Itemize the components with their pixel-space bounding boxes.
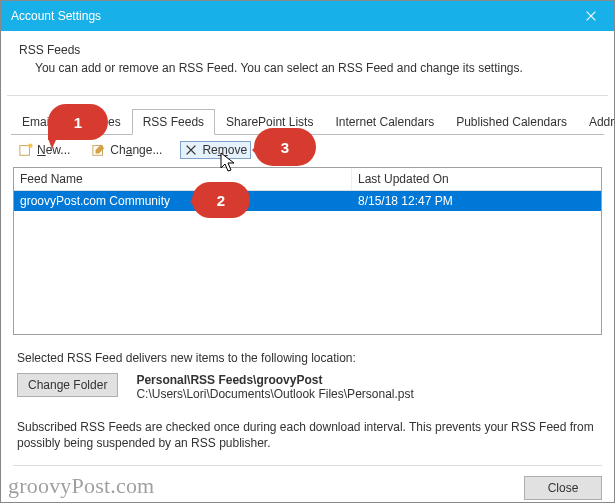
grid-header: Feed Name Last Updated On bbox=[14, 168, 601, 191]
toolbar: NNew...ew... Change... Remove bbox=[1, 135, 614, 165]
cell-feed-name: groovyPost.com Community bbox=[14, 191, 352, 211]
change-folder-button[interactable]: Change Folder bbox=[17, 373, 118, 397]
delivery-text: Selected RSS Feed delivers new items to … bbox=[17, 351, 598, 365]
svg-rect-0 bbox=[20, 146, 30, 156]
remove-button[interactable]: Remove bbox=[180, 141, 251, 159]
header-title: RSS Feeds bbox=[19, 43, 596, 57]
separator bbox=[7, 95, 608, 96]
tab-sharepoint-lists[interactable]: SharePoint Lists bbox=[215, 109, 324, 135]
close-icon bbox=[584, 9, 598, 23]
window-title: Account Settings bbox=[11, 9, 101, 23]
new-feed-icon bbox=[19, 143, 33, 157]
tab-data-files-partial[interactable]: es bbox=[97, 109, 132, 135]
delivery-location: Personal\RSS Feeds\groovyPost C:\Users\L… bbox=[136, 373, 413, 401]
feed-row-selected[interactable]: groovyPost.com Community 8/15/18 12:47 P… bbox=[14, 191, 601, 211]
tab-published-calendars[interactable]: Published Calendars bbox=[445, 109, 578, 135]
close-button[interactable]: Close bbox=[524, 476, 602, 500]
tab-strip: Email es RSS Feeds SharePoint Lists Inte… bbox=[11, 108, 614, 134]
cell-last-updated: 8/15/18 12:47 PM bbox=[352, 191, 601, 211]
remove-icon bbox=[184, 143, 198, 157]
svg-point-1 bbox=[28, 143, 32, 147]
col-feed-name[interactable]: Feed Name bbox=[14, 168, 352, 190]
change-button[interactable]: Change... bbox=[88, 141, 166, 159]
window-close-button[interactable] bbox=[568, 1, 614, 31]
header-subtitle: You can add or remove an RSS Feed. You c… bbox=[35, 61, 596, 75]
tab-email[interactable]: Email bbox=[11, 109, 63, 135]
subscribe-note: Subscribed RSS Feeds are checked once du… bbox=[1, 407, 614, 455]
tab-address-books[interactable]: Address Books bbox=[578, 109, 615, 135]
delivery-section: Selected RSS Feed delivers new items to … bbox=[1, 337, 614, 407]
folder-path: Personal\RSS Feeds\groovyPost bbox=[136, 373, 322, 387]
feed-grid: Feed Name Last Updated On groovyPost.com… bbox=[13, 167, 602, 335]
new-button[interactable]: NNew...ew... bbox=[15, 141, 74, 159]
dialog-header: RSS Feeds You can add or remove an RSS F… bbox=[1, 31, 614, 91]
change-feed-icon bbox=[92, 143, 106, 157]
folder-file: C:\Users\Lori\Documents\Outlook Files\Pe… bbox=[136, 387, 413, 401]
tab-internet-calendars[interactable]: Internet Calendars bbox=[324, 109, 445, 135]
col-last-updated[interactable]: Last Updated On bbox=[352, 168, 601, 190]
title-bar: Account Settings bbox=[1, 1, 614, 31]
tab-rss-feeds[interactable]: RSS Feeds bbox=[132, 109, 215, 135]
dialog-footer: Close bbox=[13, 465, 602, 503]
